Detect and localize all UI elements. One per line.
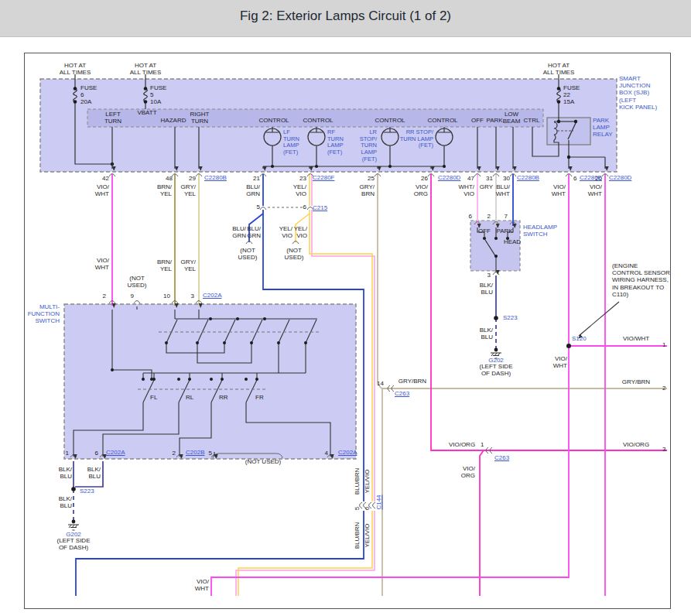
wire-yel-vio: YEL/ VIO	[293, 183, 306, 197]
left-turn-label: LEFT TURN	[104, 111, 121, 125]
splice-s120-dot	[566, 344, 571, 348]
headlamp-switch-label: HEADLAMP SWITCH	[523, 224, 557, 238]
wire-blk-blu-3: BLK/ BLU	[59, 495, 72, 509]
edge-pin-1: 1	[662, 341, 665, 348]
mfs-pin-9: 9	[131, 293, 134, 299]
hot-at-all-times-mid: HOT AT ALL TIMES	[130, 62, 161, 76]
wiring-diagram-page: Fig 2: Exterior Lamps Circuit (1 of 2)	[0, 0, 691, 616]
wire-vio-org-down: VIO/ ORG	[461, 465, 475, 479]
connector-c2280b-2[interactable]: C2280B	[517, 174, 539, 181]
wire-blk-blu-hls-2: BLK/ BLU	[480, 327, 493, 341]
pin-14-c263: 14	[377, 380, 384, 387]
hls-pin-6: 6	[469, 213, 472, 220]
mfs-pin-3: 3	[191, 293, 194, 299]
ctrl-label: CTRL	[524, 117, 540, 124]
pin-26: 26	[421, 175, 428, 182]
wire-vio-wht-20: VIO/ WHT	[588, 183, 602, 197]
not-used-yel: (NOT USED)	[285, 247, 304, 261]
low-beam-label: LOW BEAM	[503, 111, 521, 125]
connector-c202b[interactable]: C202B	[186, 449, 204, 456]
pin-6-c144: 6	[364, 507, 371, 510]
wire-vio-wht-6: VIO/ WHT	[552, 183, 566, 197]
not-used-blu: (NOT USED)	[238, 247, 258, 261]
pin-25: 25	[368, 175, 375, 182]
wire-yel-vio-above: YEL/VIO	[364, 469, 371, 493]
hls-pin-3: 3	[487, 272, 491, 279]
edge-pin-3: 3	[662, 446, 665, 453]
park-label: PARK	[486, 117, 502, 124]
wiring-diagram-svg	[0, 0, 691, 616]
right-turn-label: RIGHT TURN	[190, 111, 210, 125]
connector-c263[interactable]: C263	[395, 390, 409, 397]
connector-c202a-bot2[interactable]: C202A	[338, 449, 357, 456]
park-lamp-relay-label: PARK LAMP RELAY	[593, 117, 613, 139]
fl-label: FL	[150, 394, 157, 401]
fuse-22-label: FUSE 22 15A	[563, 84, 580, 106]
connector-c202a-bot[interactable]: C202A	[106, 449, 125, 456]
fet-rr-label: RR STOP/ TURN LAMP (FET)	[400, 129, 433, 149]
wire-blu-grn: BLU/ GRN	[246, 183, 260, 197]
mfs-label: MULTI- FUNCTION SWITCH	[28, 303, 60, 325]
pin-47: 47	[467, 175, 474, 182]
splice-s120: S120	[572, 335, 587, 342]
wire-vio-wht-mid: VIO/ WHT	[95, 257, 109, 271]
hls-pin-2: 2	[487, 213, 491, 220]
hls-off-label: OFF	[478, 228, 491, 234]
sjb-box	[40, 79, 617, 172]
fuse-6-label: FUSE 6 20A	[80, 84, 97, 106]
connector-c202a-top[interactable]: C202A	[203, 292, 221, 299]
mfs-pin-2b: 2	[173, 450, 176, 457]
wire-blk-blu-1: BLK/ BLU	[59, 466, 72, 480]
hls-head-label: HEAD	[504, 238, 521, 245]
hot-at-all-times-left: HOT AT ALL TIMES	[60, 62, 91, 76]
connector-c2280d-2[interactable]: C2280D	[609, 174, 631, 181]
wire-gry-brn: GRY/ BRN	[360, 183, 375, 197]
wire-yel-vio-below: YEL/VIO	[364, 523, 371, 547]
fet-rf-label: RF TURN LAMP (FET)	[327, 129, 344, 156]
wire-blu-grn-stub: BLU/ GRN	[232, 225, 246, 239]
pin-29: 29	[189, 175, 196, 182]
fet-lf-label: LF TURN LAMP (FET)	[283, 129, 299, 156]
connector-c144[interactable]: C144	[375, 495, 382, 509]
connector-c2280e[interactable]: C2280E	[580, 174, 602, 181]
edge-pin-2: 2	[662, 385, 665, 392]
wire-blu-brn-below: BLU/BRN	[354, 522, 361, 549]
ground-g202-2-loc: (LEFT SIDE OF DASH)	[480, 363, 513, 377]
wire-vio-wht-42: VIO/ WHT	[95, 183, 109, 197]
wire-vio-org-right: VIO/ORG	[623, 441, 649, 448]
rr-label: RR	[219, 394, 228, 401]
off-label: OFF	[471, 117, 484, 124]
connector-c2280b[interactable]: C2280B	[204, 174, 227, 181]
hls-park-label: PARK	[496, 228, 512, 234]
wire-gry-yel-mid: GRY/ YEL	[181, 258, 196, 272]
mfs-pin-5: 5	[209, 450, 212, 457]
pin-48: 48	[166, 175, 173, 182]
engine-harness-arrow	[579, 302, 619, 336]
sjb-label: SMART JUNCTION BOX (SJB) (LEFT KICK PANE…	[619, 75, 657, 111]
not-used-bottom: (NOT USED)	[245, 458, 282, 465]
control-label-3: CONTROL	[375, 117, 405, 124]
engine-harness-note: (ENGINE CONTROL SENSOR WIRING HARNESS, I…	[612, 262, 670, 298]
wire-vio-org: VIO/ ORG	[414, 183, 428, 197]
wire-blu-grn-main: BLU/ GRN	[247, 225, 261, 239]
fr-label: FR	[255, 394, 264, 401]
pin-23: 23	[299, 175, 306, 182]
pin-31: 31	[486, 175, 493, 182]
mfs-pin-6: 6	[95, 450, 98, 457]
mfs-pin-4: 4	[325, 450, 328, 457]
control-label-1: CONTROL	[258, 117, 289, 124]
pin-1-c263: 1	[481, 441, 484, 448]
connector-c215[interactable]: C215	[313, 204, 327, 211]
splice-s223: S223	[80, 488, 94, 495]
ground-g202-loc: (LEFT SIDE OF DASH)	[57, 537, 91, 551]
wire-vio-wht-s120: VIO/ WHT	[553, 355, 567, 369]
wire-brn-yel: BRN/ YEL	[157, 183, 172, 197]
control-label-2: CONTROL	[303, 117, 333, 124]
connector-c263-2[interactable]: C263	[494, 454, 509, 461]
hls-pin-7: 7	[505, 213, 508, 220]
rl-label: RL	[186, 394, 193, 401]
wire-vio-org-left: VIO/ORG	[449, 441, 475, 448]
connector-c2280f[interactable]: C2280F	[313, 174, 334, 181]
connector-c2280d[interactable]: C2280D	[438, 174, 460, 181]
wire-blu-brn-above: BLU/BRN	[354, 468, 361, 495]
